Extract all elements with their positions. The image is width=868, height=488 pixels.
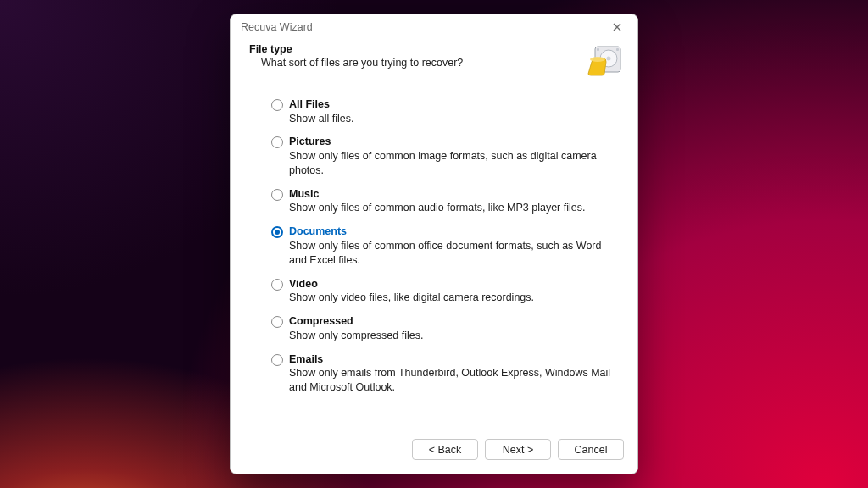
header-text: File type What sort of files are you try… <box>249 43 463 69</box>
radio-emails[interactable] <box>271 354 283 366</box>
option-video[interactable]: VideoShow only video files, like digital… <box>271 278 619 306</box>
option-label: Pictures <box>289 136 619 149</box>
option-text: VideoShow only video files, like digital… <box>289 278 534 306</box>
option-description: Show only files of common image formats,… <box>289 149 619 178</box>
close-icon <box>613 23 621 31</box>
wizard-dialog: Recuva Wizard File type What sort of fil… <box>230 14 638 474</box>
option-label: All Files <box>289 98 353 112</box>
option-description: Show only video files, like digital came… <box>289 291 534 305</box>
back-button[interactable]: < Back <box>412 439 478 460</box>
option-text: EmailsShow only emails from Thunderbird,… <box>289 353 619 395</box>
svg-point-5 <box>590 57 605 62</box>
option-music[interactable]: MusicShow only files of common audio for… <box>271 188 619 216</box>
option-emails[interactable]: EmailsShow only emails from Thunderbird,… <box>271 353 619 395</box>
option-description: Show all files. <box>289 112 353 126</box>
option-text: DocumentsShow only files of common offic… <box>289 225 619 267</box>
option-documents[interactable]: DocumentsShow only files of common offic… <box>271 225 619 267</box>
radio-music[interactable] <box>271 189 283 201</box>
titlebar: Recuva Wizard <box>231 14 637 40</box>
radio-all[interactable] <box>271 99 283 111</box>
header: File type What sort of files are you try… <box>231 40 637 86</box>
option-description: Show only compressed files. <box>289 329 423 343</box>
options-list: All FilesShow all files.PicturesShow onl… <box>231 86 637 402</box>
option-text: CompressedShow only compressed files. <box>289 315 423 343</box>
next-button[interactable]: Next > <box>485 439 551 460</box>
page-subtitle: What sort of files are you trying to rec… <box>261 57 463 69</box>
radio-compressed[interactable] <box>271 316 283 328</box>
option-all[interactable]: All FilesShow all files. <box>271 98 619 126</box>
option-text: All FilesShow all files. <box>289 98 353 126</box>
option-pictures[interactable]: PicturesShow only files of common image … <box>271 136 619 177</box>
option-label: Video <box>289 278 534 291</box>
hard-drive-recovery-icon <box>583 43 624 77</box>
close-button[interactable] <box>604 17 631 37</box>
window-title: Recuva Wizard <box>241 21 313 33</box>
footer: < Back Next > Cancel <box>231 427 637 474</box>
svg-rect-3 <box>597 48 599 51</box>
option-compressed[interactable]: CompressedShow only compressed files. <box>271 315 619 343</box>
option-label: Documents <box>289 225 619 239</box>
svg-rect-4 <box>616 48 619 51</box>
option-text: PicturesShow only files of common image … <box>289 136 619 177</box>
radio-documents[interactable] <box>271 226 283 238</box>
option-description: Show only files of common audio formats,… <box>289 201 585 215</box>
svg-point-2 <box>607 56 611 60</box>
page-title: File type <box>249 43 463 55</box>
option-description: Show only emails from Thunderbird, Outlo… <box>289 366 619 395</box>
radio-video[interactable] <box>271 279 283 291</box>
option-description: Show only files of common office documen… <box>289 239 619 268</box>
option-label: Music <box>289 188 585 202</box>
radio-pictures[interactable] <box>271 136 283 148</box>
cancel-button[interactable]: Cancel <box>558 439 624 460</box>
option-text: MusicShow only files of common audio for… <box>289 188 585 216</box>
option-label: Compressed <box>289 315 423 329</box>
option-label: Emails <box>289 353 619 367</box>
